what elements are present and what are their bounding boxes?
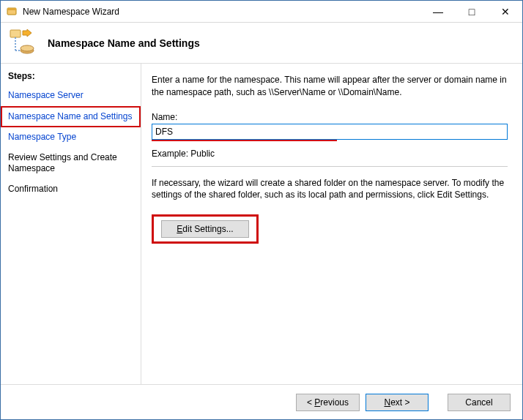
cancel-button[interactable]: Cancel (448, 394, 511, 411)
svg-rect-1 (7, 8, 16, 10)
wizard-header-icon (8, 29, 37, 58)
step-review-create: Review Settings and Create Namespace (1, 148, 141, 179)
wizard-footer: < Previous Next > Cancel (1, 384, 522, 419)
divider (152, 166, 508, 167)
window-controls: — □ ✕ (421, 1, 522, 22)
previous-button[interactable]: < Previous (296, 394, 360, 411)
svg-point-6 (21, 45, 34, 51)
step-namespace-type[interactable]: Namespace Type (1, 127, 141, 148)
wizard-window: New Namespace Wizard — □ ✕ Namespace Nam… (0, 0, 523, 420)
namespace-name-input[interactable] (152, 124, 508, 140)
next-label: ext (390, 397, 402, 408)
close-button[interactable]: ✕ (489, 1, 522, 22)
info-text: If necessary, the wizard will create a s… (152, 177, 508, 202)
step-namespace-server[interactable]: Namespace Server (1, 86, 141, 106)
next-button[interactable]: Next > (366, 394, 429, 411)
intro-text: Enter a name for the namespace. This nam… (152, 74, 508, 99)
previous-label: revious (320, 397, 349, 408)
edit-settings-highlight: Edit Settings... (152, 214, 259, 244)
page-title: Namespace Name and Settings (48, 37, 200, 49)
name-label: Name: (152, 112, 508, 122)
svg-rect-2 (10, 30, 21, 37)
minimize-button[interactable]: — (421, 1, 455, 22)
step-namespace-name-settings[interactable]: Namespace Name and Settings (1, 106, 141, 128)
step-confirmation: Confirmation (1, 179, 141, 200)
example-label: Example: Public (152, 149, 508, 159)
steps-sidebar: Steps: Namespace Server Namespace Name a… (1, 64, 141, 384)
edit-settings-button[interactable]: Edit Settings... (161, 220, 249, 238)
wizard-title-icon (7, 6, 18, 18)
edit-settings-label: dit Settings... (182, 224, 233, 234)
wizard-header: Namespace Name and Settings (1, 23, 522, 64)
steps-heading: Steps: (1, 68, 141, 86)
titlebar: New Namespace Wizard — □ ✕ (1, 1, 522, 23)
maximize-button[interactable]: □ (455, 1, 489, 22)
content-pane: Enter a name for the namespace. This nam… (141, 64, 522, 384)
window-title: New Namespace Wizard (23, 7, 119, 17)
